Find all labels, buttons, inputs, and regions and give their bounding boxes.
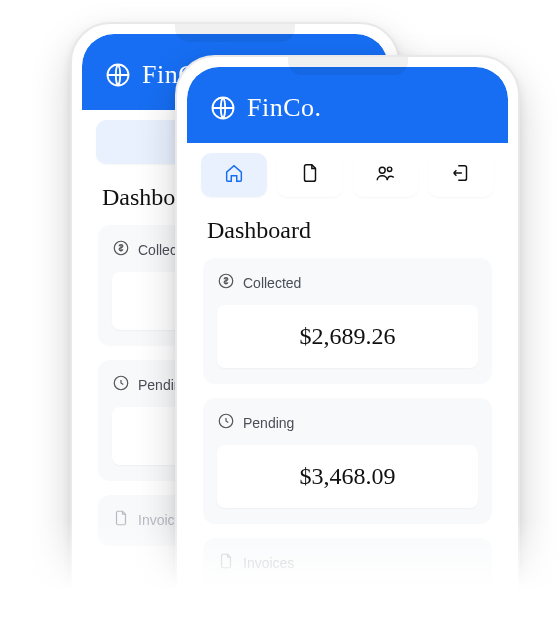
globe-icon: [209, 94, 237, 122]
nav-logout[interactable]: [428, 153, 494, 197]
dollar-circle-icon: [217, 272, 235, 293]
collected-value: $2,689.26: [217, 305, 478, 368]
clock-icon: [112, 374, 130, 395]
card-collected: Collected $2,689.26: [203, 258, 492, 384]
home-icon: [223, 162, 245, 188]
svg-point-4: [380, 167, 386, 173]
users-icon: [374, 162, 396, 188]
pending-value: $3,468.09: [217, 445, 478, 508]
svg-point-5: [388, 167, 392, 171]
globe-icon: [104, 61, 132, 89]
app-header: FinCo.: [187, 67, 508, 143]
dollar-circle-icon: [112, 239, 130, 260]
brand-name: FinCo.: [247, 93, 322, 123]
phone-notch: [175, 24, 295, 42]
card-label: Collected: [243, 275, 301, 291]
phone-notch: [288, 57, 408, 75]
clock-icon: [217, 412, 235, 433]
document-icon: [112, 509, 130, 530]
nav-documents[interactable]: [277, 153, 343, 197]
card-invoices: Invoices: [203, 538, 492, 589]
document-icon: [217, 552, 235, 573]
document-icon: [299, 162, 321, 188]
phone-mockup-front: FinCo.: [175, 55, 520, 620]
card-label: Invoices: [243, 555, 294, 571]
nav-home[interactable]: [201, 153, 267, 197]
content-area: Dashboard Collected $2,689.26 Pending: [187, 203, 508, 620]
card-label: Pending: [243, 415, 294, 431]
page-title: Dashboard: [207, 217, 488, 244]
nav-users[interactable]: [353, 153, 419, 197]
top-nav: [187, 143, 508, 203]
logout-icon: [450, 162, 472, 188]
card-pending: Pending $3,468.09: [203, 398, 492, 524]
